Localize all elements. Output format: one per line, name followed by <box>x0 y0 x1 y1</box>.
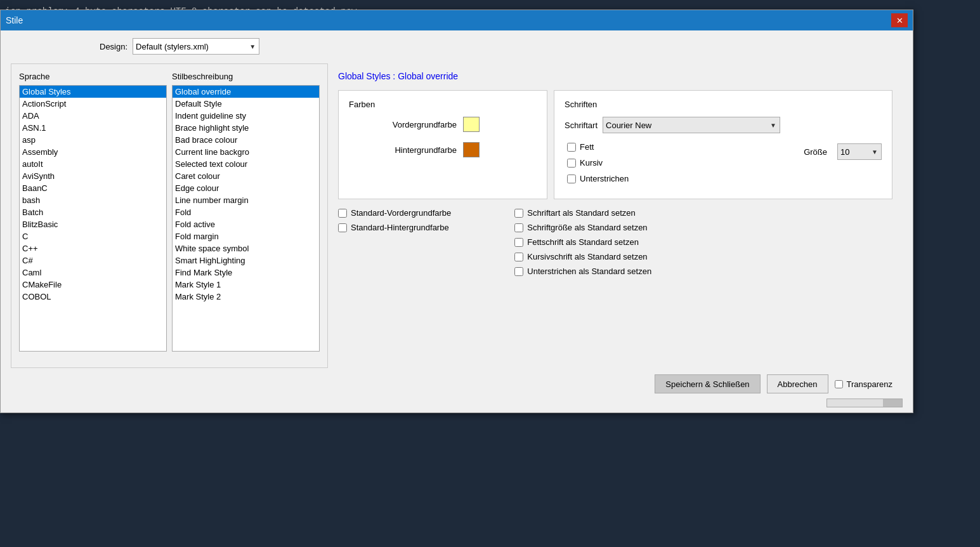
left-panel: Sprache Global Styles ActionScript ADA A… <box>11 63 328 368</box>
fett-label: Fett <box>580 142 594 152</box>
groesse-label: Größe <box>804 147 827 157</box>
design-label: Design: <box>100 42 127 51</box>
schriftgroesse-standard-checkbox[interactable] <box>514 223 523 232</box>
list-item[interactable]: Assembly <box>20 146 166 158</box>
list-item[interactable]: Mark Style 2 <box>173 291 319 303</box>
schriften-title: Schriften <box>565 100 882 109</box>
list-item[interactable]: Mark Style 1 <box>173 279 319 291</box>
schriftart-standard-checkbox[interactable] <box>514 209 523 218</box>
standard-hintergrundfarbe-checkbox[interactable] <box>338 223 347 232</box>
standard-schriften-checks: Schriftart als Standard setzen Schriftgr… <box>514 208 651 276</box>
kursiv-checkbox[interactable] <box>567 159 576 168</box>
list-item[interactable]: Batch <box>20 206 166 218</box>
unterstrichen-standard-checkbox[interactable] <box>514 267 523 276</box>
sprache-header: Sprache <box>19 72 167 81</box>
schriften-options: Fett Kursiv Unterstrichen <box>565 142 882 190</box>
scrollbar-thumb[interactable] <box>883 399 902 407</box>
unterstrichen-standard-label: Unterstrichen als Standard setzen <box>527 267 651 276</box>
horizontal-scrollbar[interactable] <box>826 399 903 407</box>
list-item[interactable]: BaanC <box>20 182 166 194</box>
hintergrundfarbe-row: Hintergrundfarbe <box>349 142 537 157</box>
list-item[interactable]: Find Mark Style <box>173 267 319 279</box>
list-item[interactable]: Caml <box>20 267 166 279</box>
fettschrift-standard-checkbox[interactable] <box>514 238 523 247</box>
list-item[interactable]: Global Styles <box>20 86 166 98</box>
list-item[interactable]: Current line backgro <box>173 146 319 158</box>
list-item[interactable]: Indent guideline sty <box>173 110 319 122</box>
fettschrift-standard-row: Fettschrift als Standard setzen <box>514 237 651 247</box>
stilbeschreibung-header: Stilbeschreibung <box>172 72 320 81</box>
list-item[interactable]: ASN.1 <box>20 122 166 134</box>
hintergrundfarbe-swatch[interactable] <box>463 142 480 157</box>
schriftart-standard-label: Schriftart als Standard setzen <box>527 208 636 218</box>
title-bar: Stile ✕ <box>1 10 913 30</box>
dialog-body: Design: Default (stylers.xml) Sprache <box>1 30 913 412</box>
transparenz-label: Transparenz <box>847 379 893 389</box>
list-item[interactable]: CMakeFile <box>20 279 166 291</box>
list-item[interactable]: Edge colour <box>173 182 319 194</box>
list-item[interactable]: BlitzBasic <box>20 218 166 230</box>
list-item[interactable]: Bad brace colour <box>173 134 319 146</box>
list-item[interactable]: AviSynth <box>20 170 166 182</box>
schriftart-standard-row: Schriftart als Standard setzen <box>514 208 651 218</box>
list-item[interactable]: Caret colour <box>173 170 319 182</box>
dialog-overlay: Stile ✕ Design: Default (stylers.xml) <box>0 0 980 547</box>
schriftart-select-wrapper: Courier New <box>603 117 780 133</box>
vordergrundfarbe-swatch[interactable] <box>463 117 480 132</box>
list-item[interactable]: Fold <box>173 206 319 218</box>
vordergrundfarbe-label: Vordergrundfarbe <box>349 120 457 129</box>
kursivschrift-standard-label: Kursivschrift als Standard setzen <box>527 252 647 261</box>
standard-vordergrundfarbe-checkbox[interactable] <box>338 209 347 218</box>
groesse-select[interactable]: 10 <box>837 143 882 160</box>
standard-options-row: Standard-Vordergrundfarbe Standard-Hinte… <box>338 208 892 276</box>
list-item[interactable]: ADA <box>20 110 166 122</box>
schriftart-select[interactable]: Courier New <box>603 117 780 133</box>
close-button[interactable]: ✕ <box>891 13 908 27</box>
standard-vordergrundfarbe-label: Standard-Vordergrundfarbe <box>351 208 451 218</box>
list-item[interactable]: Brace highlight style <box>173 122 319 134</box>
list-item[interactable]: ActionScript <box>20 98 166 110</box>
dialog-footer: Speichern & Schließen Abbrechen Transpar… <box>11 368 903 400</box>
sprache-listbox[interactable]: Global Styles ActionScript ADA ASN.1 asp… <box>19 85 167 352</box>
transparenz-row: Transparenz <box>835 379 893 389</box>
sprache-column: Sprache Global Styles ActionScript ADA A… <box>19 72 167 352</box>
transparenz-checkbox[interactable] <box>835 380 843 388</box>
list-item[interactable]: Global override <box>173 86 319 98</box>
list-item[interactable]: COBOL <box>20 291 166 303</box>
groesse-select-wrapper: 10 <box>837 143 882 160</box>
design-select[interactable]: Default (stylers.xml) <box>133 38 259 55</box>
panel-columns: Sprache Global Styles ActionScript ADA A… <box>19 72 320 352</box>
hintergrundfarbe-label: Hintergrundfarbe <box>349 145 457 155</box>
unterstrichen-standard-row: Unterstrichen als Standard setzen <box>514 267 651 276</box>
list-item[interactable]: C# <box>20 254 166 267</box>
list-item[interactable]: Fold active <box>173 218 319 230</box>
dialog-title: Stile <box>6 15 23 25</box>
standard-farben-checks: Standard-Vordergrundfarbe Standard-Hinte… <box>338 208 451 276</box>
kursivschrift-standard-row: Kursivschrift als Standard setzen <box>514 252 651 261</box>
stilbeschreibung-column: Stilbeschreibung Global override Default… <box>172 72 320 352</box>
list-item[interactable]: Default Style <box>173 98 319 110</box>
list-item[interactable]: asp <box>20 134 166 146</box>
kursiv-label: Kursiv <box>580 158 603 168</box>
list-item[interactable]: bash <box>20 194 166 206</box>
schriftgroesse-standard-label: Schriftgröße als Standard setzen <box>527 223 647 232</box>
list-item[interactable]: Selected text colour <box>173 158 319 170</box>
standard-hintergrundfarbe-row: Standard-Hintergrundfarbe <box>338 223 451 232</box>
design-select-wrapper: Default (stylers.xml) <box>133 38 259 55</box>
unterstrichen-row: Unterstrichen <box>567 174 629 183</box>
scrollbar-area <box>11 400 903 405</box>
list-item[interactable]: Line number margin <box>173 194 319 206</box>
unterstrichen-checkbox[interactable] <box>567 175 576 183</box>
list-item[interactable]: White space symbol <box>173 242 319 254</box>
speichern-button[interactable]: Speichern & Schließen <box>655 374 760 393</box>
kursivschrift-standard-checkbox[interactable] <box>514 253 523 261</box>
list-item[interactable]: C <box>20 230 166 242</box>
abbrechen-button[interactable]: Abbrechen <box>767 374 828 393</box>
fett-checkbox[interactable] <box>567 143 576 152</box>
list-item[interactable]: C++ <box>20 242 166 254</box>
list-item[interactable]: Smart HighLighting <box>173 254 319 267</box>
stilbeschreibung-listbox[interactable]: Global override Default Style Indent gui… <box>172 85 320 352</box>
schriftart-row: Schriftart Courier New <box>565 117 882 133</box>
list-item[interactable]: Fold margin <box>173 230 319 242</box>
list-item[interactable]: autoIt <box>20 158 166 170</box>
